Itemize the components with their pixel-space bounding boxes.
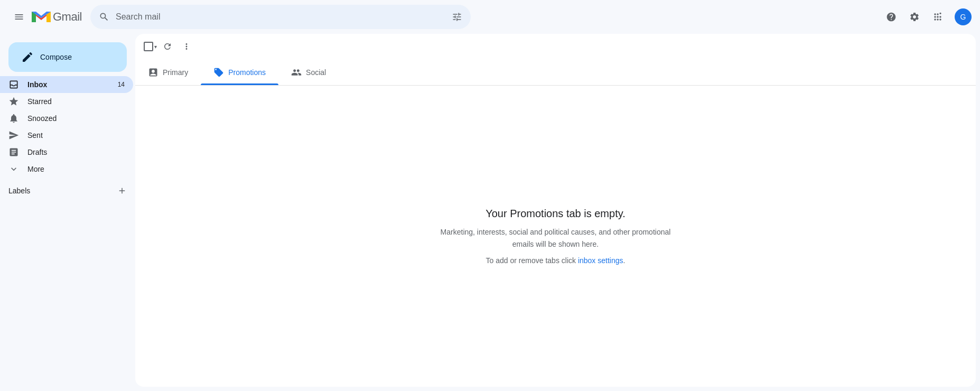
labels-title: Labels <box>8 187 30 195</box>
menu-button[interactable] <box>8 6 30 27</box>
more-options-button[interactable] <box>178 38 195 55</box>
add-label-button[interactable] <box>117 186 127 196</box>
star-icon <box>8 96 19 107</box>
compose-button[interactable]: Compose <box>8 42 127 72</box>
sidebar-item-more[interactable]: More <box>0 161 133 178</box>
select-all-checkbox[interactable] <box>144 42 153 51</box>
sidebar-item-drafts[interactable]: Drafts <box>0 144 133 161</box>
search-options-button[interactable] <box>452 12 462 22</box>
expand-more-icon <box>8 164 19 174</box>
tab-social-label: Social <box>306 68 326 77</box>
inbox-badge: 14 <box>118 81 125 88</box>
snooze-icon <box>8 113 19 124</box>
avatar[interactable]: G <box>955 8 972 25</box>
empty-state-title: Your Promotions tab is empty. <box>486 208 626 220</box>
send-icon <box>8 130 19 141</box>
search-input[interactable] <box>116 12 445 22</box>
search-bar <box>90 5 471 29</box>
tab-primary[interactable]: Primary <box>135 60 201 85</box>
labels-section-header: Labels <box>0 182 135 200</box>
tab-social[interactable]: Social <box>278 60 339 85</box>
pencil-icon <box>21 51 34 63</box>
select-all-wrapper: ▾ <box>144 42 157 51</box>
help-button[interactable] <box>881 6 902 27</box>
promotions-tab-icon <box>213 67 224 78</box>
social-tab-icon <box>291 67 302 78</box>
draft-icon <box>8 147 19 157</box>
starred-label: Starred <box>27 97 52 106</box>
inbox-tabs: Primary Promotions Social <box>135 60 976 86</box>
content-area: ▾ Primary <box>135 34 976 387</box>
gmail-logo-text: Gmail <box>53 10 82 24</box>
compose-label: Compose <box>40 53 72 61</box>
sidebar: Compose Inbox 14 Starred <box>0 34 135 391</box>
toolbar: ▾ <box>135 34 976 60</box>
inbox-label: Inbox <box>27 80 47 89</box>
inbox-settings-link[interactable]: inbox settings <box>578 256 623 265</box>
inbox-icon <box>8 79 19 90</box>
empty-state-link-suffix: . <box>623 256 626 265</box>
tab-promotions[interactable]: Promotions <box>201 60 278 85</box>
empty-state-link-prefix: To add or remove tabs click <box>486 256 578 265</box>
empty-state: Your Promotions tab is empty. Marketing,… <box>135 86 976 387</box>
select-dropdown-chevron[interactable]: ▾ <box>154 44 157 50</box>
empty-state-description: Marketing, interests, social and politic… <box>440 226 672 250</box>
tab-primary-label: Primary <box>163 68 188 77</box>
gmail-logo[interactable]: Gmail <box>32 10 82 24</box>
main-layout: Compose Inbox 14 Starred <box>0 34 980 391</box>
refresh-button[interactable] <box>159 38 176 55</box>
search-button[interactable] <box>99 12 109 22</box>
primary-tab-icon <box>148 67 158 78</box>
settings-button[interactable] <box>904 6 925 27</box>
sent-label: Sent <box>27 131 43 139</box>
add-icon <box>117 186 127 196</box>
snoozed-label: Snoozed <box>27 114 57 123</box>
sidebar-item-sent[interactable]: Sent <box>0 127 133 144</box>
top-header: Gmail G <box>0 0 980 34</box>
drafts-label: Drafts <box>27 148 47 156</box>
header-actions: G <box>881 6 972 27</box>
empty-state-link-text: To add or remove tabs click inbox settin… <box>486 256 626 265</box>
sidebar-item-starred[interactable]: Starred <box>0 93 133 110</box>
tab-promotions-label: Promotions <box>228 68 266 77</box>
sidebar-item-inbox[interactable]: Inbox 14 <box>0 76 133 93</box>
sidebar-item-snoozed[interactable]: Snoozed <box>0 110 133 127</box>
more-label: More <box>27 165 44 173</box>
google-apps-button[interactable] <box>927 6 948 27</box>
